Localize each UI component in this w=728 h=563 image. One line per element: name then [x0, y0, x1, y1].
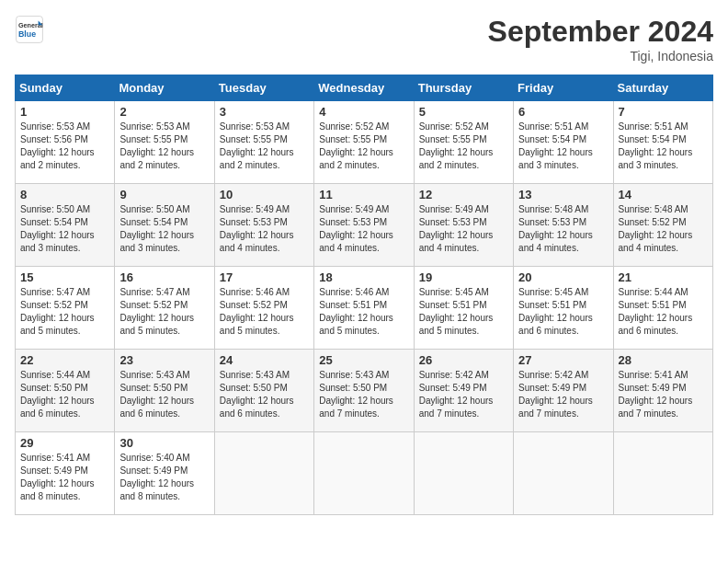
cell-info: Sunrise: 5:45 AM Sunset: 5:51 PM Dayligh… [419, 286, 508, 338]
col-saturday: Saturday [613, 75, 712, 101]
day-number: 18 [319, 270, 408, 284]
day-number: 16 [119, 270, 209, 284]
day-number: 14 [619, 188, 708, 201]
calendar-cell: 12 Sunrise: 5:49 AM Sunset: 5:53 PM Dayl… [414, 184, 513, 267]
day-number: 26 [419, 353, 508, 367]
calendar-week-row: 15 Sunrise: 5:47 AM Sunset: 5:52 PM Dayl… [16, 267, 713, 350]
calendar-cell: 20 Sunrise: 5:45 AM Sunset: 5:51 PM Dayl… [514, 267, 613, 350]
calendar-week-row: 8 Sunrise: 5:50 AM Sunset: 5:54 PM Dayli… [16, 184, 713, 267]
calendar-cell [414, 432, 513, 515]
location-subtitle: Tigi, Indonesia [488, 49, 713, 63]
title-block: September 2024 Tigi, Indonesia [488, 15, 713, 63]
day-number: 28 [619, 353, 708, 367]
calendar-cell: 16 Sunrise: 5:47 AM Sunset: 5:52 PM Dayl… [115, 267, 214, 350]
day-number: 27 [518, 353, 608, 367]
calendar-cell: 8 Sunrise: 5:50 AM Sunset: 5:54 PM Dayli… [16, 184, 115, 267]
calendar-cell: 27 Sunrise: 5:42 AM Sunset: 5:49 PM Dayl… [514, 350, 613, 432]
cell-info: Sunrise: 5:48 AM Sunset: 5:53 PM Dayligh… [518, 203, 608, 255]
day-number: 30 [119, 436, 209, 450]
cell-info: Sunrise: 5:53 AM Sunset: 5:55 PM Dayligh… [119, 121, 209, 172]
cell-info: Sunrise: 5:46 AM Sunset: 5:52 PM Dayligh… [220, 286, 309, 338]
cell-info: Sunrise: 5:47 AM Sunset: 5:52 PM Dayligh… [20, 286, 109, 338]
cell-info: Sunrise: 5:41 AM Sunset: 5:49 PM Dayligh… [20, 452, 109, 503]
day-number: 12 [419, 188, 508, 201]
calendar-cell: 10 Sunrise: 5:49 AM Sunset: 5:53 PM Dayl… [214, 184, 313, 267]
calendar-cell: 2 Sunrise: 5:53 AM Sunset: 5:55 PM Dayli… [115, 101, 214, 184]
calendar-cell: 24 Sunrise: 5:43 AM Sunset: 5:50 PM Dayl… [214, 350, 313, 432]
calendar-cell: 11 Sunrise: 5:49 AM Sunset: 5:53 PM Dayl… [314, 184, 414, 267]
calendar-cell [214, 432, 313, 515]
day-number: 10 [220, 188, 309, 201]
col-friday: Friday [514, 75, 613, 101]
day-number: 19 [419, 270, 508, 284]
calendar-cell: 9 Sunrise: 5:50 AM Sunset: 5:54 PM Dayli… [115, 184, 214, 267]
day-number: 9 [119, 188, 209, 201]
day-number: 23 [119, 353, 209, 367]
cell-info: Sunrise: 5:52 AM Sunset: 5:55 PM Dayligh… [319, 121, 408, 172]
day-number: 20 [518, 270, 608, 284]
calendar-cell: 21 Sunrise: 5:44 AM Sunset: 5:51 PM Dayl… [613, 267, 712, 350]
calendar-cell: 1 Sunrise: 5:53 AM Sunset: 5:56 PM Dayli… [16, 101, 115, 184]
cell-info: Sunrise: 5:48 AM Sunset: 5:52 PM Dayligh… [619, 203, 708, 255]
day-number: 15 [20, 270, 109, 284]
calendar-cell: 13 Sunrise: 5:48 AM Sunset: 5:53 PM Dayl… [514, 184, 613, 267]
cell-info: Sunrise: 5:40 AM Sunset: 5:49 PM Dayligh… [119, 452, 209, 503]
calendar-cell: 3 Sunrise: 5:53 AM Sunset: 5:55 PM Dayli… [214, 101, 313, 184]
calendar-cell: 22 Sunrise: 5:44 AM Sunset: 5:50 PM Dayl… [16, 350, 115, 432]
cell-info: Sunrise: 5:53 AM Sunset: 5:55 PM Dayligh… [220, 121, 309, 172]
cell-info: Sunrise: 5:42 AM Sunset: 5:49 PM Dayligh… [518, 369, 608, 420]
calendar-cell: 6 Sunrise: 5:51 AM Sunset: 5:54 PM Dayli… [514, 101, 613, 184]
cell-info: Sunrise: 5:45 AM Sunset: 5:51 PM Dayligh… [518, 286, 608, 338]
day-number: 4 [319, 105, 408, 119]
calendar-week-row: 22 Sunrise: 5:44 AM Sunset: 5:50 PM Dayl… [16, 350, 713, 432]
logo: General Blue [15, 15, 44, 44]
day-number: 13 [518, 188, 608, 201]
day-number: 1 [20, 105, 109, 119]
cell-info: Sunrise: 5:49 AM Sunset: 5:53 PM Dayligh… [220, 203, 309, 255]
cell-info: Sunrise: 5:46 AM Sunset: 5:51 PM Dayligh… [319, 286, 408, 338]
cell-info: Sunrise: 5:51 AM Sunset: 5:54 PM Dayligh… [518, 121, 608, 172]
cell-info: Sunrise: 5:53 AM Sunset: 5:56 PM Dayligh… [20, 121, 109, 172]
day-number: 11 [319, 188, 408, 201]
day-number: 17 [220, 270, 309, 284]
day-number: 22 [20, 353, 109, 367]
col-monday: Monday [115, 75, 214, 101]
month-title: September 2024 [488, 15, 713, 49]
calendar-cell: 26 Sunrise: 5:42 AM Sunset: 5:49 PM Dayl… [414, 350, 513, 432]
cell-info: Sunrise: 5:42 AM Sunset: 5:49 PM Dayligh… [419, 369, 508, 420]
col-thursday: Thursday [414, 75, 513, 101]
calendar-cell: 4 Sunrise: 5:52 AM Sunset: 5:55 PM Dayli… [314, 101, 414, 184]
cell-info: Sunrise: 5:47 AM Sunset: 5:52 PM Dayligh… [119, 286, 209, 338]
calendar-week-row: 29 Sunrise: 5:41 AM Sunset: 5:49 PM Dayl… [16, 432, 713, 515]
cell-info: Sunrise: 5:52 AM Sunset: 5:55 PM Dayligh… [419, 121, 508, 172]
day-number: 21 [619, 270, 708, 284]
calendar-cell: 17 Sunrise: 5:46 AM Sunset: 5:52 PM Dayl… [214, 267, 313, 350]
cell-info: Sunrise: 5:43 AM Sunset: 5:50 PM Dayligh… [119, 369, 209, 420]
calendar-cell: 14 Sunrise: 5:48 AM Sunset: 5:52 PM Dayl… [613, 184, 712, 267]
calendar-cell: 7 Sunrise: 5:51 AM Sunset: 5:54 PM Dayli… [613, 101, 712, 184]
calendar-cell: 5 Sunrise: 5:52 AM Sunset: 5:55 PM Dayli… [414, 101, 513, 184]
calendar-table: Sunday Monday Tuesday Wednesday Thursday… [15, 75, 713, 515]
calendar-week-row: 1 Sunrise: 5:53 AM Sunset: 5:56 PM Dayli… [16, 101, 713, 184]
svg-text:Blue: Blue [18, 29, 36, 39]
day-number: 8 [20, 188, 109, 201]
day-number: 6 [518, 105, 608, 119]
cell-info: Sunrise: 5:43 AM Sunset: 5:50 PM Dayligh… [319, 369, 408, 420]
calendar-header-row: Sunday Monday Tuesday Wednesday Thursday… [16, 75, 713, 101]
calendar-cell: 25 Sunrise: 5:43 AM Sunset: 5:50 PM Dayl… [314, 350, 414, 432]
day-number: 3 [220, 105, 309, 119]
page-header: General Blue September 2024 Tigi, Indone… [15, 15, 713, 63]
cell-info: Sunrise: 5:50 AM Sunset: 5:54 PM Dayligh… [20, 203, 109, 255]
calendar-cell: 30 Sunrise: 5:40 AM Sunset: 5:49 PM Dayl… [115, 432, 214, 515]
calendar-cell [314, 432, 414, 515]
cell-info: Sunrise: 5:49 AM Sunset: 5:53 PM Dayligh… [419, 203, 508, 255]
calendar-cell: 23 Sunrise: 5:43 AM Sunset: 5:50 PM Dayl… [115, 350, 214, 432]
cell-info: Sunrise: 5:51 AM Sunset: 5:54 PM Dayligh… [619, 121, 708, 172]
cell-info: Sunrise: 5:43 AM Sunset: 5:50 PM Dayligh… [220, 369, 309, 420]
day-number: 7 [619, 105, 708, 119]
day-number: 5 [419, 105, 508, 119]
day-number: 2 [119, 105, 209, 119]
cell-info: Sunrise: 5:41 AM Sunset: 5:49 PM Dayligh… [619, 369, 708, 420]
col-sunday: Sunday [16, 75, 115, 101]
calendar-cell: 19 Sunrise: 5:45 AM Sunset: 5:51 PM Dayl… [414, 267, 513, 350]
